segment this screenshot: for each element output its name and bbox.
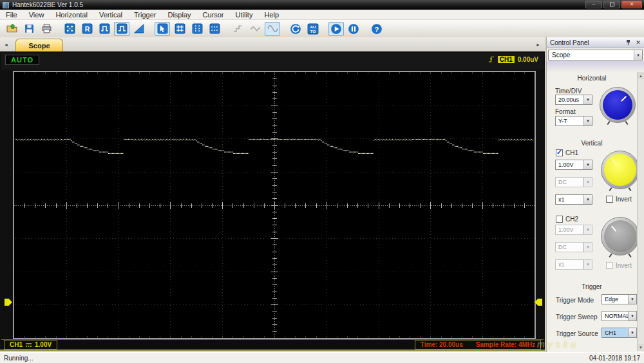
sine-interpolation-icon[interactable] xyxy=(265,22,280,36)
horizontal-position-knob[interactable] xyxy=(600,87,636,123)
save-icon[interactable] xyxy=(21,22,37,36)
horizontal-section-header: Horizontal xyxy=(547,75,637,82)
panel-close-icon[interactable]: ✕ xyxy=(634,39,642,46)
trigger-sweep-dropdown[interactable]: NORMAL▼ xyxy=(601,311,637,321)
pause-icon[interactable] xyxy=(346,22,361,36)
ch1-probe-dropdown[interactable]: x1▼ xyxy=(555,194,592,205)
scope-canvas[interactable] xyxy=(14,72,535,338)
chevron-down-icon: ▼ xyxy=(628,328,636,337)
menu-vertical[interactable]: Vertical xyxy=(93,10,128,19)
chevron-down-icon: ▼ xyxy=(583,116,592,126)
ch2-volts-value: 1.00V xyxy=(558,227,574,233)
ch1-invert-row: Invert xyxy=(606,196,632,203)
ch1-volts-value: 1.00V xyxy=(558,162,574,168)
trigger-source-dropdown[interactable]: CH1▼ xyxy=(601,328,637,338)
channel-level-marker-icon[interactable] xyxy=(5,299,12,306)
channel-label: CH1 xyxy=(10,341,23,348)
autoset-icon[interactable]: AUTO xyxy=(305,22,321,36)
minimize-button[interactable]: – xyxy=(585,1,602,8)
scope-display[interactable] xyxy=(13,71,536,339)
ch2-invert-row: Invert xyxy=(606,262,632,269)
tab-scroll-left-icon[interactable]: ◄ xyxy=(2,40,10,50)
tab-bar: ◄ Scope ► xyxy=(0,37,545,51)
chevron-down-icon: ▼ xyxy=(583,195,592,204)
scope-panel: AUTO CH1 0.00uV CH1 1.00V Time: 20.00us … xyxy=(0,51,545,351)
menu-help[interactable]: Help xyxy=(258,10,285,19)
control-panel-title: Control Panel xyxy=(550,39,589,46)
tab-scroll-right-icon[interactable]: ► xyxy=(534,40,542,50)
horizontal-cursor-icon[interactable] xyxy=(207,22,222,36)
timediv-label: Time/DIV xyxy=(555,88,582,95)
scope-top-bar: AUTO CH1 0.00uV xyxy=(1,53,544,70)
pin-icon[interactable] xyxy=(624,39,632,46)
square-wave-icon[interactable] xyxy=(97,22,112,36)
self-calibration-icon[interactable] xyxy=(62,22,77,36)
chevron-down-icon: ▼ xyxy=(583,160,592,169)
ch2-checkbox[interactable] xyxy=(556,216,563,223)
ch2-coupling-value: DC xyxy=(558,244,567,250)
open-icon[interactable] xyxy=(4,22,19,36)
ch1-volts-dropdown[interactable]: 1.00V▼ xyxy=(555,160,592,170)
window-title: Hantek6022BE Ver 1.0.5 xyxy=(12,1,83,8)
status-text: Running... xyxy=(4,355,33,362)
linear-interpolation-icon xyxy=(247,22,263,36)
ch1-coupling-dropdown: DC▼ xyxy=(555,177,592,187)
control-panel: Control Panel ✕ Scope ▼ Horizontal Time/… xyxy=(546,37,644,352)
trigger-sweep-value: NORMAL xyxy=(605,313,630,319)
chevron-down-icon: ▼ xyxy=(583,95,592,104)
record-icon[interactable]: R xyxy=(79,22,95,36)
menu-view[interactable]: View xyxy=(23,10,50,19)
menu-horizontal[interactable]: Horizontal xyxy=(50,10,93,19)
trigger-readout: CH1 0.00uV xyxy=(488,55,538,64)
menu-utility[interactable]: Utility xyxy=(230,10,259,19)
title-bar: Hantek6022BE Ver 1.0.5 – ✕ xyxy=(0,0,644,10)
cursor-select-icon[interactable] xyxy=(155,22,170,36)
panel-selector-dropdown[interactable]: Scope ▼ xyxy=(548,50,643,60)
trigger-mode-dropdown[interactable]: Edge▼ xyxy=(601,294,637,304)
ch1-position-knob[interactable] xyxy=(601,151,639,189)
trigger-section-header: Trigger xyxy=(547,283,637,290)
format-dropdown[interactable]: Y-T▼ xyxy=(555,116,592,126)
tab-scope[interactable]: Scope xyxy=(15,39,63,51)
ch1-invert-checkbox[interactable] xyxy=(606,196,613,203)
menu-display[interactable]: Display xyxy=(162,10,196,19)
ch2-position-knob[interactable] xyxy=(601,217,639,256)
menu-file[interactable]: File xyxy=(0,10,23,19)
close-button[interactable]: ✕ xyxy=(621,1,642,8)
print-icon[interactable] xyxy=(39,22,54,36)
ch2-coupling-dropdown: DC▼ xyxy=(555,242,592,252)
menu-trigger[interactable]: Trigger xyxy=(128,10,162,19)
chevron-down-icon: ▼ xyxy=(634,50,642,60)
menu-bar: File View Horizontal Vertical Trigger Di… xyxy=(0,10,644,20)
trigger-mode-label: Trigger Mode xyxy=(556,297,594,304)
ch2-invert-checkbox xyxy=(606,262,613,269)
scroll-down-icon[interactable]: ▼ xyxy=(638,344,644,351)
ch1-checkbox[interactable] xyxy=(556,149,563,156)
refresh-icon[interactable] xyxy=(288,22,303,36)
toolbar: R AUTO ? xyxy=(0,20,644,37)
ramp-wave-icon[interactable] xyxy=(131,22,147,36)
ch2-invert-label: Invert xyxy=(616,262,632,269)
trigger-source-value: CH1 xyxy=(605,330,616,336)
ch1-probe-value: x1 xyxy=(558,196,565,203)
status-datetime: 04-01-2018 19:17 xyxy=(589,355,640,362)
timediv-dropdown[interactable]: 20.00us▼ xyxy=(555,95,592,105)
panel-accent-line xyxy=(0,349,545,351)
ch2-probe-value: x1 xyxy=(558,261,565,268)
format-value: Y-T xyxy=(558,118,567,124)
grid-icon[interactable] xyxy=(172,22,187,36)
maximize-button[interactable] xyxy=(603,1,620,8)
dc-coupling-icon xyxy=(25,342,32,348)
scroll-up-icon[interactable]: ▲ xyxy=(638,72,644,79)
chevron-down-icon: ▼ xyxy=(583,243,592,252)
sample-rate-value: Sample Rate: 4MHz xyxy=(476,341,535,348)
ch1-invert-label: Invert xyxy=(616,196,632,203)
start-icon[interactable] xyxy=(328,22,344,36)
vertical-cursor-icon[interactable] xyxy=(189,22,205,36)
menu-cursor[interactable]: Cursor xyxy=(197,10,230,19)
time-value: Time: 20.00us xyxy=(421,341,463,348)
control-panel-scrollbar[interactable]: ▲ ▼ xyxy=(637,72,644,351)
square-wave-selected-icon[interactable] xyxy=(114,22,129,36)
help-icon[interactable]: ? xyxy=(369,22,384,36)
ch2-probe-dropdown: x1▼ xyxy=(555,259,592,270)
